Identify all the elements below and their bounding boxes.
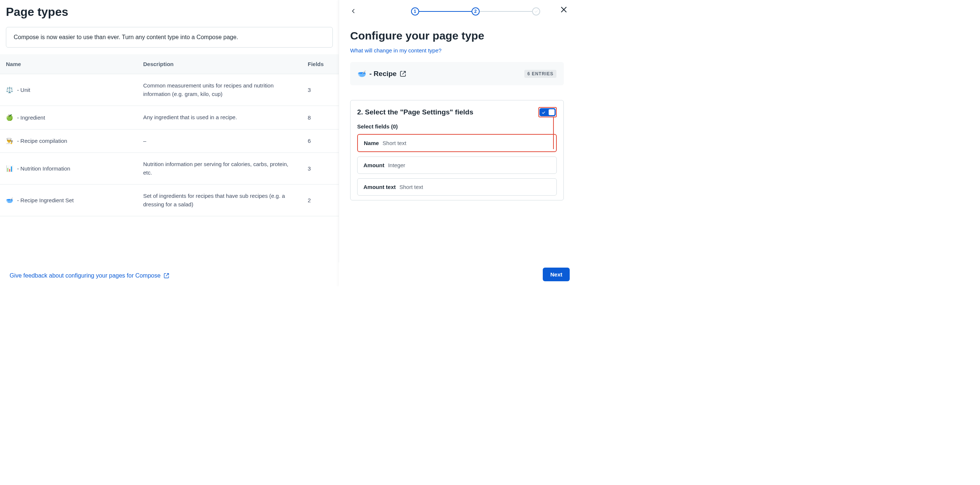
row-fields: 2 [302,185,339,216]
field-option-amount[interactable]: Amount Integer [357,156,557,174]
row-description: – [137,129,302,153]
field-name-label: Name [364,140,379,146]
check-icon [534,9,538,14]
row-description: Any ingredient that is used in a recipe. [137,106,302,129]
row-name: - Nutrition Information [16,165,70,172]
row-name: - Unit [16,87,30,93]
toggle-knob [549,109,555,115]
page-settings-card: 2. Select the "Page Settings" fields Sel… [350,100,564,200]
table-row[interactable]: 🥣 - Recipe Ingredient Set Set of ingredi… [0,185,339,216]
help-link[interactable]: What will change in my content type? [350,47,442,54]
field-type-label: Short text [383,140,406,146]
page-settings-toggle[interactable] [539,108,556,116]
step-line-1-2 [419,11,472,12]
feedback-link[interactable]: Give feedback about configuring your pag… [10,273,169,279]
row-name: - Ingredient [16,115,45,121]
row-emoji: 📊 [6,165,13,172]
main-area: Page types Compose is now easier to use … [0,0,339,286]
feedback-link-label: Give feedback about configuring your pag… [10,273,161,279]
table-header-row: Name Description Fields [0,54,339,74]
external-link-icon [164,273,169,279]
close-icon [559,5,568,14]
row-name: - Recipe Ingredient Set [16,197,74,203]
feedback-bar: Give feedback about configuring your pag… [0,266,339,286]
row-name: - Recipe compilation [16,138,67,144]
row-fields: 6 [302,129,339,153]
row-emoji: ⚖️ [6,87,13,93]
table-row[interactable]: ⚖️ - Unit Common measurement units for r… [0,74,339,106]
recipe-emoji: 🥣 [358,69,366,78]
row-description: Set of ingredients for recipes that have… [137,185,302,216]
table-row[interactable]: 🍏 - Ingredient Any ingredient that is us… [0,106,339,129]
col-header-name: Name [0,54,137,74]
external-link-icon [399,70,406,77]
col-header-description: Description [137,54,302,74]
select-fields-label: Select fields (0) [357,123,557,129]
page-title: Page types [0,0,339,22]
row-emoji: 🥣 [6,197,13,203]
page-types-table: Name Description Fields ⚖️ - Unit Common… [0,54,339,216]
next-button[interactable]: Next [543,268,570,281]
page-settings-title: 2. Select the "Page Settings" fields [357,108,473,116]
row-fields: 8 [302,106,339,129]
step-1[interactable]: 1 [411,7,419,16]
back-button[interactable] [350,8,358,15]
config-drawer: 1 2 Configure your page type What will c… [339,0,575,286]
drawer-body: Configure your page type What will chang… [339,18,575,200]
field-option-name[interactable]: Name Short text [357,134,557,152]
annotation-highlight-toggle [538,107,557,117]
recipe-title[interactable]: 🥣 - Recipe [358,69,406,78]
entries-badge: 6 ENTRIES [524,70,557,78]
drawer-footer: Next [339,262,575,286]
recipe-label: - Recipe [369,70,397,78]
row-fields: 3 [302,74,339,106]
row-fields: 3 [302,153,339,185]
table-row[interactable]: 👨‍🍳 - Recipe compilation – 6 [0,129,339,153]
field-option-amount-text[interactable]: Amount text Short text [357,178,557,196]
info-banner: Compose is now easier to use than ever. … [6,27,333,48]
row-description: Nutrition information per serving for ca… [137,153,302,185]
annotation-connector [553,116,554,149]
check-icon [541,110,546,115]
field-type-label: Integer [388,162,406,168]
col-header-fields: Fields [302,54,339,74]
field-name-label: Amount text [363,184,396,190]
step-line-2-3 [480,11,532,12]
drawer-heading: Configure your page type [350,30,564,42]
field-name-label: Amount [363,162,385,168]
close-button[interactable] [559,5,568,14]
selected-content-type-card: 🥣 - Recipe 6 ENTRIES [350,62,564,85]
step-3 [532,7,540,16]
row-emoji: 🍏 [6,115,13,121]
stepper-row: 1 2 [339,0,575,18]
chevron-left-icon [350,8,357,14]
table-row[interactable]: 📊 - Nutrition Information Nutrition info… [0,153,339,185]
stepper: 1 2 [387,7,564,16]
field-type-label: Short text [399,184,423,190]
row-description: Common measurement units for recipes and… [137,74,302,106]
step-2[interactable]: 2 [472,7,480,16]
row-emoji: 👨‍🍳 [6,138,13,144]
